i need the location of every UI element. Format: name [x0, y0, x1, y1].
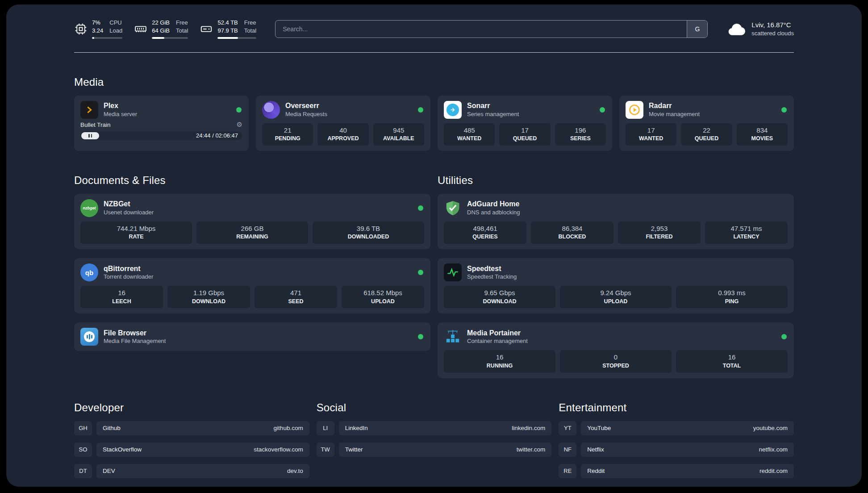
status-dot — [418, 334, 423, 339]
stackoverflow-link[interactable]: StackOverflow stackoverflow.com — [96, 443, 309, 457]
sonarr-card[interactable]: Sonarr Series management 485 WANTED 17 Q… — [438, 96, 612, 151]
section-title-documents: Documents & Files — [74, 174, 430, 187]
stat-label: DOWNLOAD — [170, 298, 247, 305]
stat-tile: 86,384 BLOCKED — [531, 221, 613, 244]
stat-value: 16 — [679, 353, 785, 362]
speedtest-icon — [444, 263, 462, 281]
stat-value: 945 — [376, 126, 421, 135]
bookmark-url: netflix.com — [759, 446, 788, 453]
section-title-utilities: Utilities — [438, 174, 794, 187]
radarr-card[interactable]: Radarr Movie management 17 WANTED 22 QUE… — [619, 96, 794, 151]
stat-tile: 16 TOTAL — [676, 350, 788, 372]
stat-value: 9.65 Gbps — [447, 288, 553, 297]
linkedin-icon: LI — [317, 421, 334, 435]
section-title-media: Media — [74, 76, 794, 88]
stat-label: LATENCY — [708, 233, 785, 241]
stat-tile: 17 WANTED — [626, 123, 676, 146]
pause-button[interactable] — [81, 132, 99, 139]
adguard-card[interactable]: AdGuard Home DNS and adblocking 498,461 … — [438, 194, 794, 249]
status-dot — [781, 334, 787, 339]
stat-label: MOVIES — [739, 135, 785, 142]
portainer-card[interactable]: Media Portainer Container management 16 … — [438, 322, 794, 378]
stat-value: 47.571 ms — [708, 224, 785, 233]
status-dot — [781, 107, 787, 113]
section-title-entertainment: Entertainment — [559, 401, 794, 414]
radarr-icon — [626, 101, 643, 119]
disk-free-label: Free — [244, 19, 256, 27]
stat-label: STOPPED — [563, 362, 669, 370]
stat-label: QUEUED — [684, 135, 729, 142]
dev-link[interactable]: DEV dev.to — [96, 464, 309, 478]
reddit-link[interactable]: Reddit reddit.com — [581, 464, 794, 478]
portainer-icon — [444, 328, 462, 346]
stat-tile: 834 MOVIES — [737, 123, 788, 146]
linkedin-link[interactable]: LinkedIn linkedin.com — [339, 421, 552, 435]
bookmark-url: dev.to — [287, 468, 303, 474]
disk-free-value: 52.4 TB — [217, 19, 238, 27]
stat-tile: 9.65 Gbps DOWNLOAD — [444, 286, 555, 308]
netflix-link[interactable]: Netflix netflix.com — [581, 443, 794, 457]
youtube-icon: YT — [559, 421, 576, 435]
filebrowser-card[interactable]: File Browser Media File Management — [74, 322, 430, 351]
bookmark-url: twitter.com — [517, 446, 546, 453]
plex-card[interactable]: Plex Media server Bullet Train ⚙ 24:44 /… — [74, 96, 249, 151]
stat-label: SEED — [257, 298, 334, 305]
section-title-developer: Developer — [74, 401, 309, 414]
bookmark-url: github.com — [274, 425, 303, 431]
nzbget-card[interactable]: nzbget NZBGet Usenet downloader 744.21 M… — [74, 194, 430, 249]
weather-location: Lviv, 16.87°C — [751, 21, 794, 29]
playback-progress-bar[interactable]: 24:44 / 02:06:47 — [80, 131, 242, 140]
cpu-metric: 7% 3.24 CPU Load — [74, 19, 122, 39]
stat-label: UPLOAD — [563, 298, 669, 305]
bookmark-name: Twitter — [345, 446, 363, 453]
weather-condition: scattered clouds — [751, 29, 794, 38]
bookmark-url: stackoverflow.com — [254, 446, 303, 453]
netflix-icon: NF — [559, 443, 576, 457]
stat-tile: 196 SERIES — [555, 123, 606, 146]
ram-usage-bar — [152, 37, 188, 39]
stat-value: 485 — [447, 126, 492, 135]
twitter-link[interactable]: Twitter twitter.com — [339, 443, 552, 457]
bookmark-name: Reddit — [587, 468, 605, 474]
stat-label: DOWNLOADED — [315, 233, 421, 241]
search-input[interactable] — [275, 21, 687, 38]
stat-value: 16 — [447, 353, 553, 362]
app-subtitle: DNS and adblocking — [467, 209, 788, 217]
search-engine-button[interactable]: G — [687, 21, 707, 38]
app-subtitle: Media server — [104, 111, 231, 118]
gear-icon[interactable]: ⚙ — [237, 121, 242, 128]
speedtest-card[interactable]: Speedtest Speedtest Tracking 9.65 Gbps D… — [438, 258, 794, 313]
stat-value: 196 — [558, 126, 603, 135]
filebrowser-icon — [80, 328, 98, 346]
stat-label: QUERIES — [447, 233, 524, 241]
stat-tile: 471 SEED — [255, 286, 337, 308]
stat-label: WANTED — [628, 135, 674, 142]
stat-tile: 39.6 TB DOWNLOADED — [313, 221, 424, 244]
search-bar: G — [275, 20, 708, 38]
status-dot — [600, 107, 605, 113]
stat-label: WANTED — [447, 135, 492, 142]
stat-value: 17 — [502, 126, 547, 135]
bookmark-row: TW Twitter twitter.com — [317, 443, 552, 457]
disk-usage-bar — [217, 37, 256, 39]
stat-value: 2,953 — [621, 224, 698, 233]
cpu-icon — [74, 22, 88, 36]
youtube-link[interactable]: YouTube youtube.com — [581, 421, 794, 435]
twitter-icon: TW — [317, 443, 334, 457]
bookmark-row: YT YouTube youtube.com — [559, 421, 794, 435]
stat-label: TOTAL — [679, 362, 785, 370]
stat-label: RUNNING — [447, 362, 553, 370]
qbittorrent-card[interactable]: qb qBittorrent Torrent downloader 16 LEE… — [74, 258, 430, 313]
ram-metric: 22 GiB 64 GiB Free Total — [134, 19, 188, 39]
github-link[interactable]: Github github.com — [96, 421, 309, 435]
stat-tile: 16 LEECH — [80, 286, 163, 308]
app-subtitle: Torrent downloader — [104, 273, 413, 281]
sonarr-icon — [444, 101, 462, 119]
weather-widget[interactable]: Lviv, 16.87°C scattered clouds — [726, 21, 794, 38]
app-subtitle: Series management — [467, 111, 594, 118]
app-subtitle: Speedtest Tracking — [467, 273, 788, 281]
overseerr-card[interactable]: Overseerr Media Requests 21 PENDING 40 A… — [256, 96, 430, 151]
section-title-social: Social — [317, 401, 552, 414]
stat-label: LEECH — [83, 298, 160, 305]
stat-label: DOWNLOAD — [447, 298, 553, 305]
